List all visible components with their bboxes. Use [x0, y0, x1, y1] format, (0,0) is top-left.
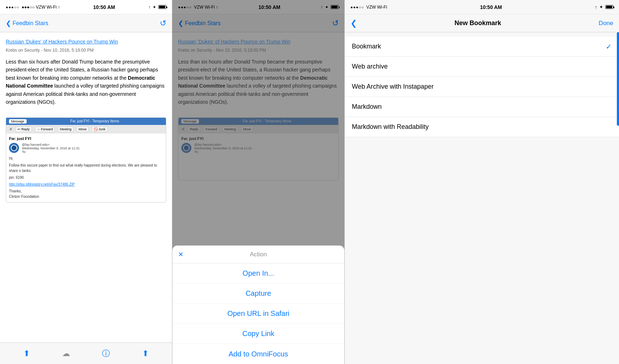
arrow-icon-3: ↑ [595, 4, 597, 10]
delete-btn: ✕ [9, 127, 13, 132]
bookmark-label-2: Web Archive with Instapaper [352, 83, 434, 90]
email-text-2: Follow this secure paper to find out wha… [9, 163, 163, 173]
action-omnifocus[interactable]: Add to OmniFocus [172, 344, 344, 364]
article-meta-1: Krebs on Security - Nov 10, 2016, 5:19:0… [6, 47, 166, 53]
done-button-3[interactable]: Done [599, 20, 613, 27]
email-toolbar: ✕ ↩ Reply → Forward Meeting Move 🚫 Junk [6, 125, 166, 134]
battery-icon-1 [158, 5, 166, 9]
article-1: Russian 'Dukes' of Hackers Pounce on Tru… [0, 32, 172, 112]
action-sheet-close[interactable]: ✕ [178, 251, 183, 258]
back-label-1: Feedbin Stars [13, 20, 48, 27]
bookmark-label-0: Bookmark [352, 43, 381, 50]
forward-btn: → Forward [35, 126, 55, 132]
email-subject: Fw: just FYI [9, 136, 163, 141]
email-sign: Thanks,Clinton Foundation [9, 188, 163, 199]
bookmark-list: Bookmark ✓ Web archive Web Archive with … [345, 37, 619, 137]
bluetooth-icon-3: ✦ [599, 4, 603, 10]
panel-1: ●●●○○ ●●●○○ VZW Wi-Fi ↑ 10:50 AM ↑ ✦ ❮ F… [0, 0, 172, 364]
bookmark-item-3[interactable]: Markdown [345, 97, 619, 117]
bookmark-label-3: Markdown [352, 103, 382, 111]
email-body: Fw: just FYI @fas.harvard.edu> Wednesday… [6, 134, 166, 202]
signal-icon-3: ●●●○○ [350, 5, 364, 9]
action-sheet: ✕ Action Open In... Capture Open URL in … [172, 246, 344, 364]
panel-2: ●●●○○ VZW Wi-Fi ↑ 10:50 AM ↑ ✦ ❮ Feedbin… [172, 0, 345, 364]
action-open-url[interactable]: Open URL in Safari [172, 304, 344, 324]
refresh-button-1[interactable]: ↺ [160, 19, 166, 28]
action-sheet-title: Action [250, 251, 267, 258]
bookmark-item-1[interactable]: Web archive [345, 57, 619, 77]
email-date: Wednesday, November 9, 2016 at 11:31 [22, 146, 80, 150]
action-capture[interactable]: Capture [172, 284, 344, 304]
nav-bar-1: ❮ Feedbin Stars ↺ [0, 14, 172, 32]
status-bar-1: ●●●○○ ●●●○○ VZW Wi-Fi ↑ 10:50 AM ↑ ✦ [0, 0, 172, 14]
email-sender: @fas.harvard.edu> Wednesday, November 9,… [9, 143, 163, 154]
carrier-1: ●●●○○ VZW Wi-Fi ↑ [22, 5, 60, 10]
time-1: 10:50 AM [93, 4, 115, 10]
sender-address: @fas.harvard.edu> [22, 143, 80, 146]
status-bar-3: ●●●○○ VZW Wi-Fi 10:50 AM ↑ ✦ [345, 0, 619, 14]
action-sheet-header: ✕ Action [172, 246, 344, 263]
email-top-bar: Message Fw: just FYI - Temporary Items [6, 118, 166, 125]
back-button-3[interactable]: ❮ [350, 19, 357, 28]
action-open-in[interactable]: Open In... [172, 263, 344, 284]
status-right-3: ↑ ✦ [595, 4, 613, 10]
cloud-button-1[interactable]: ☁ [62, 349, 70, 358]
status-right-1: ↑ ✦ [148, 5, 166, 10]
email-pin: pin: 6190 [9, 175, 163, 180]
email-avatar [9, 143, 19, 153]
accent-bar [617, 32, 619, 126]
reply-btn: ↩ Reply [15, 126, 32, 132]
bookmark-item-2[interactable]: Web Archive with Instapaper [345, 77, 619, 97]
action-copy-link[interactable]: Copy Link [172, 324, 344, 344]
panel-3: ●●●○○ VZW Wi-Fi 10:50 AM ↑ ✦ ❮ New Bookm… [345, 0, 619, 364]
article-body-1: Less than six hours after Donald Trump b… [6, 58, 166, 106]
email-avatar-inner [11, 145, 17, 151]
bluetooth-icon-1: ✦ [153, 5, 156, 10]
email-to: To: [22, 150, 80, 154]
back-button-1[interactable]: ❮ Feedbin Stars [6, 19, 48, 27]
email-tab: Message [9, 119, 27, 123]
move-btn: Move [76, 126, 89, 132]
bookmark-label-4: Markdown with Readability [352, 123, 429, 131]
bookmark-check-0: ✓ [606, 42, 612, 51]
battery-icon-3 [605, 5, 613, 9]
share-button-1[interactable]: ⬆ [23, 349, 30, 358]
bookmark-label-1: Web archive [352, 63, 388, 70]
email-subject-top: Fw: just FYI - Temporary Items [70, 119, 119, 123]
status-left-1: ●●●○○ ●●●○○ VZW Wi-Fi ↑ [6, 5, 60, 10]
signal-icon-1: ●●●○○ [6, 5, 19, 9]
bottom-toolbar-1: ⬆ ☁ ⓘ ⬆ [0, 342, 172, 364]
email-sender-info: @fas.harvard.edu> Wednesday, November 9,… [22, 143, 80, 154]
junk-btn: 🚫 Junk [92, 126, 108, 132]
bookmark-item-4[interactable]: Markdown with Readability [345, 117, 619, 137]
email-text-1: Hi, [9, 156, 163, 161]
nav-bar-3: ❮ New Bookmark Done [345, 14, 619, 32]
back-chevron-1: ❮ [6, 19, 11, 27]
share2-button-1[interactable]: ⬆ [142, 349, 149, 358]
arrow-icon-1: ↑ [148, 5, 150, 10]
time-3: 10:50 AM [480, 4, 502, 10]
meeting-btn: Meeting [58, 126, 74, 132]
article-title-1[interactable]: Russian 'Dukes' of Hackers Pounce on Tru… [6, 38, 166, 46]
bookmark-item-0[interactable]: Bookmark ✓ [345, 37, 619, 57]
email-link[interactable]: http://efax.pfdregistry.net/eFax/37486.Z… [9, 182, 163, 187]
nav-title-3: New Bookmark [455, 19, 501, 27]
carrier-3: VZW Wi-Fi [366, 5, 387, 10]
email-screenshot-1: Message Fw: just FYI - Temporary Items ✕… [6, 117, 166, 202]
status-left-3: ●●●○○ VZW Wi-Fi [350, 5, 387, 10]
info-button-1[interactable]: ⓘ [102, 348, 110, 359]
